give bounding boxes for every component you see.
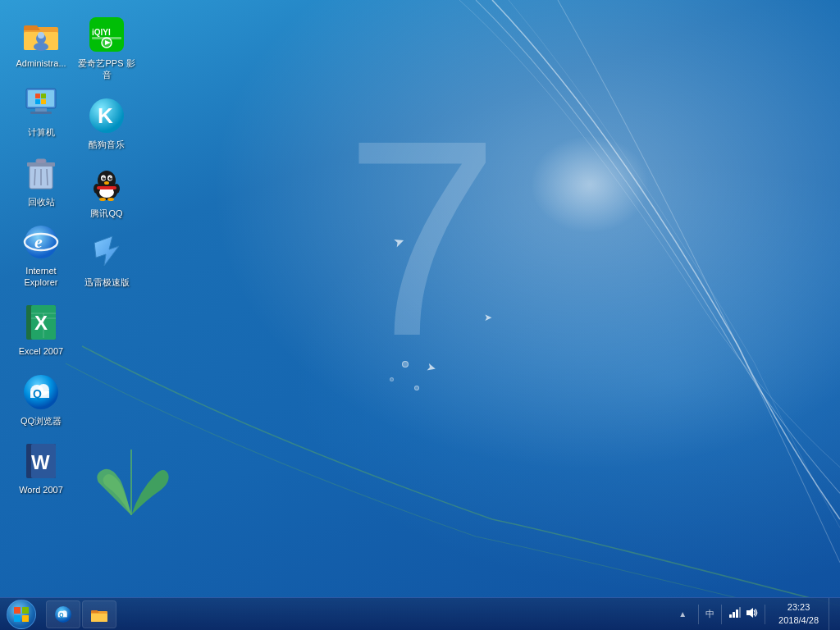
svg-rect-10 — [30, 112, 52, 114]
windows-logo-icon — [13, 606, 30, 623]
svg-rect-72 — [733, 612, 735, 618]
qqbrowser-icon-img: Q — [21, 372, 61, 412]
kugou-label: 酷狗音乐 — [89, 139, 125, 150]
kugou-icon-img: K — [87, 96, 126, 135]
icon-kugou[interactable]: K 酷狗音乐 — [74, 89, 139, 157]
xunlei-label: 迅雷极速版 — [84, 276, 130, 288]
svg-text:e: e — [34, 231, 43, 252]
recycle-icon-img — [21, 153, 61, 193]
icon-excel[interactable]: X Excel 2007 — [8, 296, 74, 363]
svg-rect-61 — [22, 607, 29, 614]
word-icon-img: W — [21, 441, 61, 481]
word-label: Word 2007 — [19, 484, 63, 495]
network-icon[interactable] — [728, 606, 742, 622]
start-button[interactable] — [0, 598, 43, 631]
svg-point-6 — [38, 32, 44, 39]
tray-expand-btn[interactable]: ▲ — [677, 609, 688, 619]
svg-rect-13 — [35, 99, 40, 104]
administrator-label: Administra... — [16, 57, 66, 69]
bubble-1 — [402, 361, 409, 368]
taskbar-explorer-icon — [90, 605, 108, 623]
qq-icon-img — [87, 165, 126, 204]
svg-rect-60 — [14, 607, 21, 614]
icon-computer[interactable]: 计算机 — [8, 77, 74, 144]
excel-icon-img: X — [21, 303, 61, 342]
icon-iqiyi[interactable]: iQIYI 爱奇艺PPS 影音 — [74, 8, 139, 88]
svg-text:Q: Q — [59, 612, 63, 619]
keyboard-icon[interactable]: 中 — [705, 608, 714, 620]
bubble-2 — [414, 386, 419, 390]
svg-point-53 — [104, 181, 109, 185]
administrator-icon-img — [21, 15, 61, 54]
svg-text:X: X — [34, 312, 48, 334]
ie-icon-img: e — [21, 222, 61, 262]
show-desktop-button[interactable] — [829, 598, 833, 631]
svg-line-16 — [34, 169, 35, 185]
clock-date: 2018/4/28 — [778, 614, 819, 627]
qq-label: 腾讯QQ — [90, 208, 122, 219]
svg-point-55 — [99, 198, 106, 201]
svg-rect-62 — [14, 615, 21, 622]
computer-icon-img — [21, 84, 61, 123]
taskbar-quick-launch: Q — [43, 600, 667, 628]
system-tray: ▲ 中 — [667, 598, 840, 630]
tray-separator-2 — [721, 605, 722, 624]
taskbar-qqbrowser[interactable]: Q — [46, 600, 80, 628]
clock-display[interactable]: 23:23 2018/4/28 — [772, 601, 825, 627]
svg-text:W: W — [31, 451, 50, 473]
svg-marker-75 — [746, 608, 753, 618]
excel-label: Excel 2007 — [19, 345, 63, 357]
icon-recycle[interactable]: 回收站 — [8, 147, 74, 214]
tray-keyboard: 中 — [705, 608, 714, 620]
tray-separator-1 — [698, 605, 699, 624]
svg-rect-8 — [28, 90, 54, 107]
svg-rect-20 — [36, 159, 46, 163]
svg-line-18 — [47, 169, 48, 185]
recycle-label: 回收站 — [28, 196, 55, 208]
clock-time: 23:23 — [788, 601, 810, 614]
svg-text:K: K — [98, 103, 113, 128]
svg-rect-63 — [22, 615, 29, 622]
svg-rect-14 — [41, 99, 46, 104]
icon-xunlei[interactable]: 迅雷极速版 — [74, 227, 139, 294]
iqiyi-icon-img: iQIYI — [87, 15, 126, 54]
svg-rect-71 — [729, 614, 732, 618]
tray-separator-3 — [765, 605, 765, 624]
svg-rect-11 — [35, 94, 40, 98]
taskbar: Q ▲ 中 — [0, 597, 840, 630]
icon-administrator[interactable]: Administra... — [8, 8, 74, 75]
start-orb — [7, 600, 36, 629]
svg-rect-74 — [739, 607, 741, 618]
qqbrowser-label: QQ浏览器 — [21, 415, 62, 427]
xunlei-icon-img — [87, 234, 126, 273]
svg-rect-12 — [41, 94, 46, 98]
svg-text:Q: Q — [33, 387, 42, 400]
taskbar-explorer[interactable] — [82, 600, 116, 628]
svg-point-56 — [107, 198, 114, 201]
icon-ie[interactable]: e Internet Explorer — [8, 216, 74, 295]
bubble-3 — [390, 377, 394, 381]
desktop: 7 ➤ ➤ ➤ — [0, 0, 840, 630]
svg-point-51 — [103, 177, 105, 179]
svg-rect-73 — [736, 609, 738, 618]
notification-area: ▲ — [673, 609, 692, 619]
sound-icon[interactable] — [745, 606, 758, 622]
svg-rect-9 — [35, 108, 47, 112]
desktop-icons-col2: iQIYI 爱奇艺PPS 影音 — [66, 4, 148, 296]
icon-word[interactable]: W Word 2007 — [8, 435, 74, 502]
taskbar-qqbrowser-icon: Q — [54, 605, 72, 623]
icon-qq[interactable]: 腾讯QQ — [74, 158, 139, 226]
icon-qqbrowser[interactable]: Q QQ浏览器 — [8, 366, 74, 433]
svg-rect-59 — [97, 186, 116, 189]
ie-label: Internet Explorer — [11, 265, 71, 289]
iqiyi-label: 爱奇艺PPS 影音 — [77, 57, 136, 81]
computer-label: 计算机 — [28, 126, 55, 138]
svg-point-5 — [34, 43, 48, 51]
svg-rect-70 — [91, 614, 107, 622]
svg-text:iQIYI: iQIYI — [92, 28, 111, 37]
svg-point-52 — [110, 177, 112, 179]
